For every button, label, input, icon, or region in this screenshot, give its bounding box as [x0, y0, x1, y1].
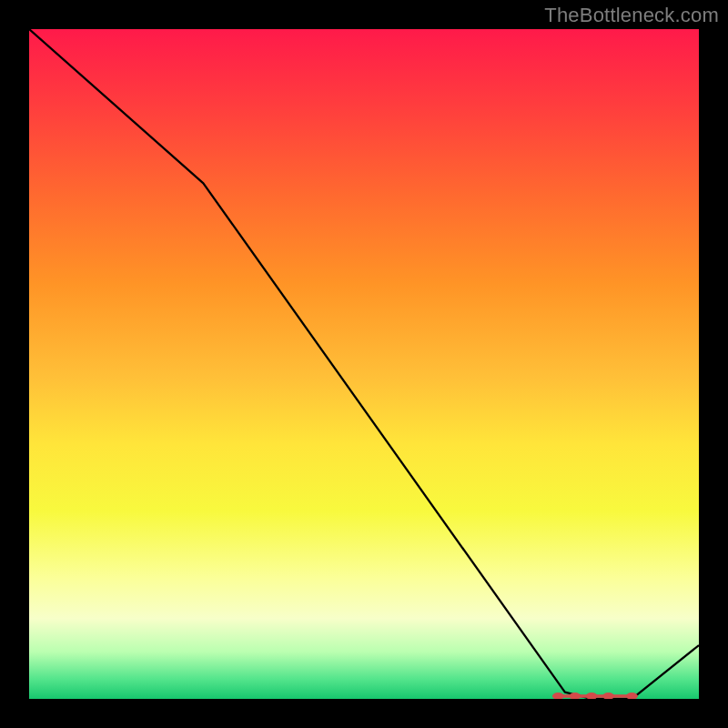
chart-frame: TheBottleneck.com	[0, 0, 728, 728]
data-marker	[586, 693, 597, 700]
data-marker	[603, 693, 614, 700]
attribution-text: TheBottleneck.com	[544, 4, 719, 27]
data-line	[29, 29, 699, 699]
data-marker	[552, 693, 563, 700]
chart-svg	[29, 29, 699, 699]
data-marker	[570, 693, 581, 700]
plot-area	[29, 29, 699, 699]
data-marker	[626, 693, 637, 700]
